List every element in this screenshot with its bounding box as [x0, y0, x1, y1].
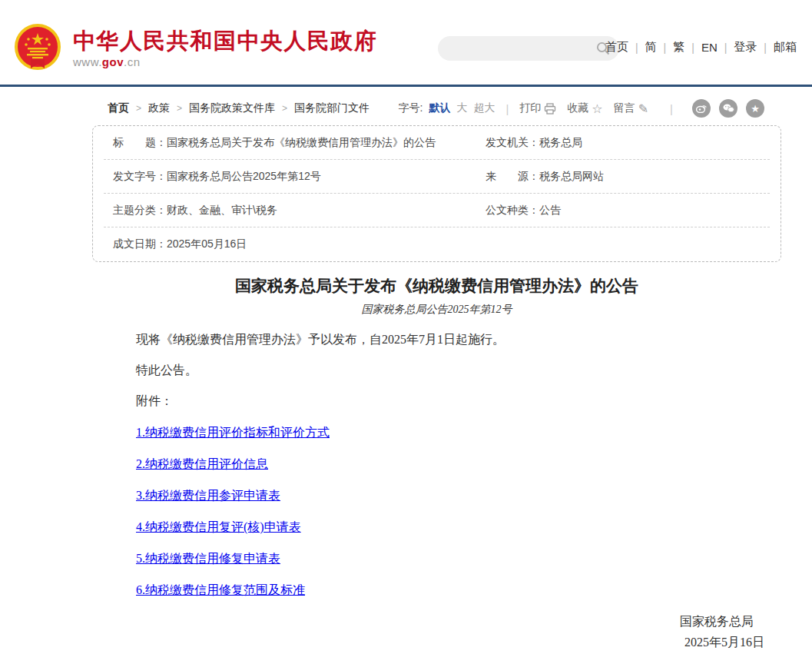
fontsize-default[interactable]: 默认: [429, 101, 450, 115]
site-url-suffix: .cn: [124, 55, 141, 68]
nav-traditional[interactable]: 繁: [666, 40, 691, 55]
breadcrumb-policy-library[interactable]: 国务院政策文件库: [189, 101, 275, 115]
meta-value: 公告: [539, 204, 561, 217]
meta-value: 税务总局网站: [539, 170, 604, 184]
fontsize-label: 字号:: [399, 101, 423, 115]
article-title: 国家税务总局关于发布《纳税缴费信用管理办法》的公告: [92, 275, 781, 297]
site-header: 中华人民共和国中央人民政府 www.gov.cn 首页| 简| 繁| EN| 登…: [0, 0, 812, 85]
breadcrumb-separator: >: [177, 103, 182, 114]
comment-label: 留言: [614, 101, 635, 115]
site-url: www.gov.cn: [73, 55, 378, 68]
breadcrumb-separator: >: [136, 103, 141, 114]
meta-value: 2025年05月16日: [167, 237, 247, 251]
weibo-share-icon[interactable]: [692, 99, 711, 118]
nav-simplified[interactable]: 简: [638, 40, 664, 55]
favorite-share-icon[interactable]: ★: [746, 99, 764, 118]
article-subtitle: 国家税务总局公告2025年第12号: [92, 303, 781, 317]
meta-label: 标 题：: [113, 136, 167, 150]
printer-icon: [544, 103, 556, 115]
attachment-link-1[interactable]: 1.纳税缴费信用评价指标和评价方式: [111, 424, 764, 440]
meta-row-docnumber: 发文字号： 国家税务总局公告2025年第12号 来 源： 税务总局网站: [104, 160, 770, 194]
meta-label: 成文日期：: [113, 237, 167, 251]
breadcrumb: 首页 > 政策 > 国务院政策文件库 > 国务院部门文件: [108, 101, 376, 115]
article: 国家税务总局关于发布《纳税缴费信用管理办法》的公告 国家税务总局公告2025年第…: [92, 275, 781, 650]
article-signature: 国家税务总局 2025年5月16日: [111, 614, 764, 650]
meta-row-title: 标 题： 国家税务总局关于发布《纳税缴费信用管理办法》的公告 发文机关： 税务总…: [104, 126, 770, 160]
nav-login[interactable]: 登录: [727, 40, 764, 55]
breadcrumb-department-docs[interactable]: 国务院部门文件: [294, 101, 370, 115]
print-label: 打印: [519, 101, 541, 115]
site-url-prefix: www.: [73, 55, 102, 68]
nav-mail[interactable]: 邮箱: [767, 40, 804, 55]
top-nav: 首页| 简| 繁| EN| 登录| 邮箱: [598, 40, 804, 55]
attachment-link-3[interactable]: 3.纳税缴费信用参评申请表: [111, 487, 764, 503]
meta-row-category: 主题分类： 财政、金融、审计\税务 公文种类： 公告: [104, 194, 770, 227]
meta-row-date: 成文日期： 2025年05月16日: [104, 227, 770, 261]
meta-label: 公文种类：: [486, 204, 539, 217]
meta-value: 税务总局: [539, 136, 582, 150]
pencil-icon: ✎: [638, 101, 648, 116]
toolbar-divider: |: [670, 102, 673, 115]
meta-label: 发文机关：: [486, 136, 539, 150]
fontsize-widget: 字号: 默认 大 超大: [399, 101, 495, 115]
search-box[interactable]: [438, 36, 619, 61]
article-body: 现将《纳税缴费信用管理办法》予以发布，自2025年7月1日起施行。 特此公告。 …: [92, 332, 781, 650]
attachment-link-4[interactable]: 4.纳税缴费信用复评(核)申请表: [111, 519, 764, 535]
page-toolbar: 首页 > 政策 > 国务院政策文件库 > 国务院部门文件 字号: 默认 大 超大…: [92, 98, 781, 118]
fontsize-large[interactable]: 大: [456, 101, 467, 115]
nav-english[interactable]: EN: [694, 41, 724, 54]
breadcrumb-separator: >: [282, 103, 287, 114]
article-paragraph: 附件：: [111, 393, 764, 409]
national-emblem-icon: [14, 24, 61, 73]
attachment-link-5[interactable]: 5.纳税缴费信用修复申请表: [111, 550, 764, 566]
header-divider: [0, 85, 812, 87]
print-button[interactable]: 打印: [519, 101, 556, 115]
meta-label: 发文字号：: [113, 170, 167, 184]
meta-value: 国家税务总局关于发布《纳税缴费信用管理办法》的公告: [167, 136, 436, 150]
meta-label: 来 源：: [486, 170, 539, 184]
meta-value: 国家税务总局公告2025年第12号: [167, 170, 321, 184]
article-paragraph: 特此公告。: [111, 363, 764, 378]
fontsize-xlarge[interactable]: 超大: [473, 101, 495, 115]
article-paragraph: 现将《纳税缴费信用管理办法》予以发布，自2025年7月1日起施行。: [111, 332, 764, 347]
share-buttons: ★: [684, 99, 764, 118]
breadcrumb-policy[interactable]: 政策: [148, 101, 170, 115]
site-title: 中华人民共和国中央人民政府: [73, 28, 378, 53]
signature-org: 国家税务总局: [111, 614, 764, 629]
attachment-link-2[interactable]: 2.纳税缴费信用评价信息: [111, 456, 764, 472]
document-meta-table: 标 题： 国家税务总局关于发布《纳税缴费信用管理办法》的公告 发文机关： 税务总…: [92, 125, 781, 262]
attachment-link-6[interactable]: 6.纳税缴费信用修复范围及标准: [111, 582, 764, 598]
breadcrumb-home[interactable]: 首页: [108, 101, 129, 115]
star-filled-icon: ★: [751, 104, 760, 114]
site-logo[interactable]: 中华人民共和国中央人民政府 www.gov.cn: [14, 24, 378, 73]
toolbar-divider: |: [505, 102, 509, 115]
favorite-label: 收藏: [567, 101, 588, 115]
favorite-button[interactable]: 收藏 ☆: [567, 101, 602, 116]
meta-value: 财政、金融、审计\税务: [167, 204, 277, 217]
attachment-list: 1.纳税缴费信用评价指标和评价方式 2.纳税缴费信用评价信息 3.纳税缴费信用参…: [111, 424, 764, 598]
star-outline-icon: ☆: [592, 101, 602, 116]
nav-home[interactable]: 首页: [598, 40, 635, 55]
search-input[interactable]: [450, 36, 588, 61]
meta-label: 主题分类：: [113, 204, 167, 217]
site-url-domain: gov: [102, 55, 124, 68]
comment-button[interactable]: 留言 ✎: [614, 101, 648, 116]
wechat-share-icon[interactable]: [719, 99, 737, 118]
signature-date: 2025年5月16日: [111, 635, 764, 650]
